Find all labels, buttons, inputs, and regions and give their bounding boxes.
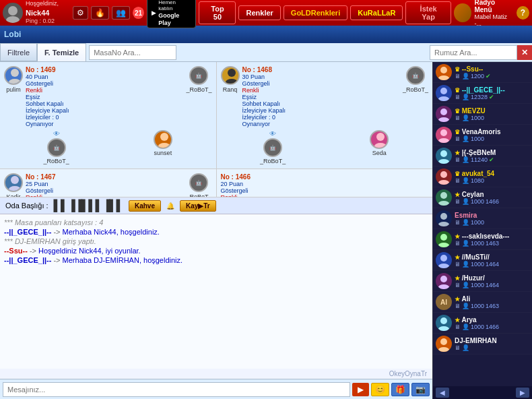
filter-bar: Filtrele F. Temizle ✕ [0, 43, 532, 62]
sidebar-name-avukat54: ♛ avukat_54 [455, 170, 529, 177]
right-sidebar: ♛ --Ssu-- 🖥👤 1200 ✔ ♛ --||_GECE_||-- [432, 62, 532, 399]
chat-input-bar: ▶ 😊 🎁 📷 [0, 379, 432, 399]
table-card-1469[interactable]: pulim No : 1469 40 Puan Göstergeli Renkl… [0, 62, 216, 168]
sidebar-user-ceylan[interactable]: ★ Ceylan 🖥👤 1000 1466 [433, 187, 532, 208]
svg-point-39 [438, 347, 449, 352]
svg-point-11 [9, 186, 21, 192]
player-name-ranq: Ranq [223, 86, 238, 93]
clean-filter-button[interactable]: F. Temizle [37, 43, 86, 61]
chat-msg-2: --Ssu-- -> Hoşgeldiniz Nick44, iyi oyunl… [4, 247, 428, 255]
google-play-btn[interactable]: ▶ Hemen katılınGoogle Play [147, 0, 196, 28]
sidebar-user-gece[interactable]: ♛ --||_GECE_||-- 🖥👤 12328 ✔ [433, 83, 532, 104]
top50-button[interactable]: Top 50 [199, 1, 236, 24]
ping: Ping : 0.02 [26, 18, 59, 26]
svg-point-24 [440, 171, 447, 178]
sidebar-avatar-sebnem [436, 148, 452, 164]
sidebar-user-venaamoris[interactable]: ♛ VenaAmoris 🖥👤 1000 [433, 125, 532, 146]
kay-button[interactable]: Kay▶Tr [180, 200, 216, 212]
user-info: Hoşgeldiniz, Nick44 Ping : 0.02 [3, 0, 70, 26]
close-search-button[interactable]: ✕ [517, 45, 532, 60]
svg-point-15 [438, 75, 449, 80]
sidebar-avatar-musti [436, 252, 452, 268]
istek-yap-button[interactable]: İstek Yap [405, 1, 451, 24]
table-info-1466: No : 1466 20 Puan Göstergeli Renkli [221, 173, 429, 197]
sidebar-prev-button[interactable]: ◀ [436, 388, 449, 398]
sidebar-user-avukat54[interactable]: ♛ avukat_54 🖥👤 1080 [433, 166, 532, 187]
chat-messages: *** Masa puanları katsayısı : 4 --||_GEC… [0, 214, 432, 369]
sidebar-avatar-gece [436, 85, 452, 101]
rumuz-search-input[interactable] [430, 45, 517, 60]
gear-button[interactable]: ⚙ [73, 6, 88, 20]
sidebar-user-ali[interactable]: Al ★ Ali 🖥👤 1000 1463 [433, 292, 532, 313]
emoji-button[interactable]: 😊 [371, 383, 389, 396]
lobi-label: Lobi [4, 30, 21, 39]
sidebar-name-saklisevda: ★ ---saklısevda--- [455, 233, 529, 240]
sidebar-user-ssu[interactable]: ♛ --Ssu-- 🖥👤 1200 ✔ [433, 62, 532, 83]
svg-point-23 [438, 159, 449, 164]
player-avatar-pulim [4, 66, 23, 85]
chat-watermark: OkeyOynaTr [0, 369, 432, 379]
sidebar-avatar-ali: Al [436, 294, 452, 310]
svg-point-29 [438, 222, 449, 226]
gift-button[interactable]: 🎁 [391, 383, 409, 396]
help-button[interactable]: ? [517, 6, 529, 20]
filter-button[interactable]: Filtrele [0, 43, 37, 61]
people-button[interactable]: 👥 [112, 6, 130, 20]
player-avatar-ranq [221, 66, 240, 85]
sidebar-user-saklisevda[interactable]: ★ ---saklısevda--- 🖥👤 1000 1463 [433, 229, 532, 250]
kurallar-button[interactable]: KuRaLLaR [350, 5, 403, 20]
svg-point-34 [440, 276, 447, 282]
barcode-icon: ▌▌▐▐▌▌▌▐▌▌ [54, 200, 123, 212]
player-avatar-sunset [154, 130, 172, 149]
player-avatar-seda [370, 130, 389, 149]
sidebar-name-huzur: ★ /Huzur/ [455, 274, 529, 282]
chat-area: Oda Başlığı : ▌▌▐▐▌▌▌▐▌▌ Kahve 🔔 Kay▶Tr … [0, 197, 432, 399]
sidebar-name-djemirhan: DJ-EMİRHAN [455, 337, 529, 344]
extra-button-1[interactable]: 📷 [411, 383, 430, 396]
eye-icon: 👁 [53, 130, 60, 137]
svg-point-1 [6, 16, 20, 23]
radio-label: Radyo Menü [474, 0, 514, 13]
svg-point-35 [438, 284, 449, 289]
sidebar-user-mevzu[interactable]: ♛ MEVZU 🖥👤 1000 [433, 104, 532, 125]
renkler-button[interactable]: Renkler [238, 5, 280, 20]
flame-button[interactable]: 🔥 [91, 6, 109, 20]
sidebar-user-huzur[interactable]: ★ /Huzur/ 🖥👤 1000 1464 [433, 271, 532, 292]
sidebar-user-musti[interactable]: ★ //MuSTi// 🖥👤 1000 1464 [433, 250, 532, 271]
sec-nav: Lobi [0, 26, 532, 43]
svg-point-37 [438, 326, 449, 331]
player-name-pulim: pulim [6, 86, 21, 93]
sidebar-avatar-esmira [436, 210, 452, 226]
sidebar-name-arya: ★ Arya [455, 316, 529, 324]
sidebar-user-esmira[interactable]: Esmira 🖥👤 1000 [433, 208, 532, 229]
sidebar-user-sebnem[interactable]: ★ |{-ŞeBNeM 🖥👤 11240 ✔ [433, 146, 532, 166]
right-search: ✕ [430, 45, 532, 60]
svg-point-27 [438, 201, 449, 206]
message-input[interactable] [3, 382, 350, 397]
table-card-1466[interactable]: No : 1466 20 Puan Göstergeli Renkli 🤖 _R… [217, 169, 433, 197]
sidebar-user-arya[interactable]: ★ Arya 🖥👤 1000 1466 [433, 313, 532, 334]
greeting: Hoşgeldiniz, [26, 0, 59, 8]
sidebar-name-mevzu: ♛ MEVZU [455, 107, 529, 115]
send-button[interactable]: ▶ [352, 383, 369, 396]
table-search-input[interactable] [89, 45, 176, 60]
robot-avatar-2: 🤖 [47, 138, 66, 157]
radio-section: Radyo Menü Mabel Matiz -... ? [454, 0, 529, 27]
svg-point-28 [440, 213, 447, 220]
sidebar-avatar-arya [436, 315, 452, 331]
kahve-button[interactable]: Kahve [129, 200, 161, 212]
radio-avatar [454, 3, 472, 22]
main-content: pulim No : 1469 40 Puan Göstergeli Renkl… [0, 62, 532, 399]
sidebar-next-button[interactable]: ▶ [516, 388, 529, 398]
sidebar-avatar-huzur [436, 273, 452, 289]
chat-header: Oda Başlığı : ▌▌▐▐▌▌▌▐▌▌ Kahve 🔔 Kay▶Tr [0, 197, 432, 214]
notification-badge[interactable]: 21 [133, 7, 144, 19]
svg-point-14 [440, 67, 447, 73]
svg-point-0 [8, 6, 18, 16]
sidebar-name-musti: ★ //MuSTi// [455, 253, 529, 261]
sidebar-user-djemirhan[interactable]: DJ-EMİRHAN 🖥👤 [433, 334, 532, 355]
table-card-1468[interactable]: Ranq No : 1468 30 Puan Göstergeli Renkli… [217, 62, 433, 168]
svg-point-4 [160, 133, 168, 141]
table-card-1467[interactable]: Kadir No : 1467 25 Puan Göstergeli Renkl… [0, 169, 216, 197]
gold-renkler-button[interactable]: GoLDRenkleri [284, 5, 347, 20]
